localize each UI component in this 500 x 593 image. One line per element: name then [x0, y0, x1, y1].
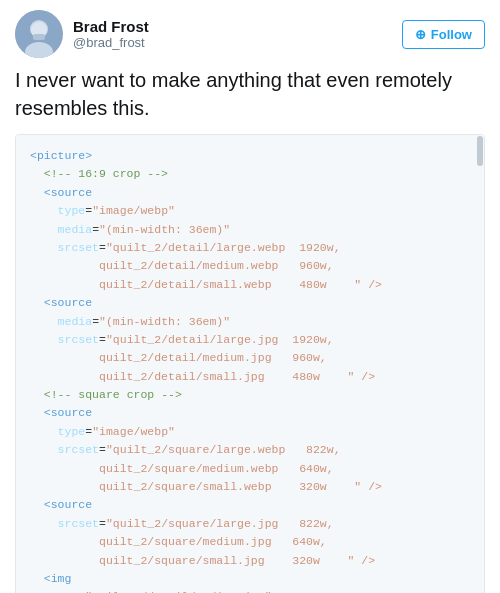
- code-line: media="(min-width: 36em)": [30, 221, 470, 239]
- code-line: srcset="quilt_2/square/large.webp 822w,: [30, 441, 470, 459]
- code-block: <picture> <!-- 16:9 crop --> <source typ…: [15, 134, 485, 593]
- code-line: type="image/webp": [30, 202, 470, 220]
- scrollbar[interactable]: [477, 136, 483, 166]
- code-wrapper: <picture> <!-- 16:9 crop --> <source typ…: [15, 134, 485, 593]
- tweet-card: Brad Frost @brad_frost ⊕ Follow I never …: [0, 0, 500, 593]
- code-line: <picture>: [30, 147, 470, 165]
- code-line: <img: [30, 570, 470, 588]
- tweet-text: I never want to make anything that even …: [15, 66, 485, 122]
- display-name: Brad Frost: [73, 18, 149, 35]
- code-line: src="quilt_2/detail/medium.jpg": [30, 588, 470, 593]
- code-line: <!-- square crop -->: [30, 386, 470, 404]
- code-line: srcset="quilt_2/square/large.jpg 822w,: [30, 515, 470, 533]
- code-line: quilt_2/detail/medium.webp 960w,: [30, 257, 470, 275]
- code-line: <source: [30, 404, 470, 422]
- tweet-header: Brad Frost @brad_frost ⊕ Follow: [15, 10, 485, 58]
- code-line: quilt_2/square/medium.jpg 640w,: [30, 533, 470, 551]
- code-line: quilt_2/detail/small.jpg 480w " />: [30, 368, 470, 386]
- code-line: quilt_2/detail/medium.jpg 960w,: [30, 349, 470, 367]
- follow-button[interactable]: ⊕ Follow: [402, 20, 485, 49]
- code-line: quilt_2/square/medium.webp 640w,: [30, 460, 470, 478]
- code-line: srcset="quilt_2/detail/large.jpg 1920w,: [30, 331, 470, 349]
- code-line: <source: [30, 184, 470, 202]
- code-line: srcset="quilt_2/detail/large.webp 1920w,: [30, 239, 470, 257]
- svg-rect-4: [33, 34, 45, 40]
- code-line: media="(min-width: 36em)": [30, 313, 470, 331]
- code-line: quilt_2/square/small.webp 320w " />: [30, 478, 470, 496]
- avatar-image: [15, 10, 63, 58]
- code-line: type="image/webp": [30, 423, 470, 441]
- code-line: quilt_2/square/small.jpg 320w " />: [30, 552, 470, 570]
- avatar: [15, 10, 63, 58]
- user-info: Brad Frost @brad_frost: [15, 10, 149, 58]
- username: @brad_frost: [73, 35, 149, 50]
- code-line: <source: [30, 294, 470, 312]
- code-line: <source: [30, 496, 470, 514]
- follow-label: Follow: [431, 27, 472, 42]
- code-line: quilt_2/detail/small.webp 480w " />: [30, 276, 470, 294]
- follow-icon: ⊕: [415, 27, 426, 42]
- user-details: Brad Frost @brad_frost: [73, 18, 149, 50]
- code-line: <!-- 16:9 crop -->: [30, 165, 470, 183]
